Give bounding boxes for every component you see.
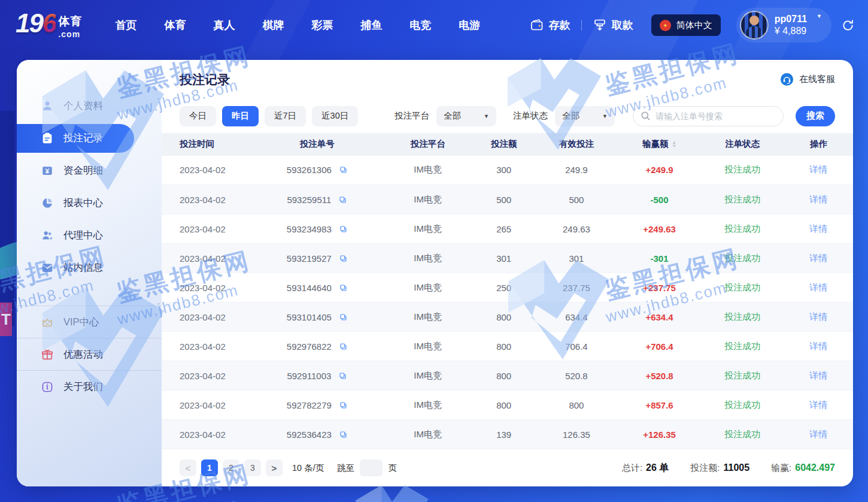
bet-order-no: 593219527	[287, 253, 332, 264]
win-loss-amount: +706.4	[618, 332, 701, 361]
detail-link[interactable]: 详情	[784, 391, 853, 420]
page-button-3[interactable]: 3	[244, 459, 261, 476]
detail-link[interactable]: 详情	[784, 303, 853, 332]
detail-link[interactable]: 详情	[784, 185, 853, 214]
sidebar-item-records[interactable]: 投注记录	[17, 124, 134, 153]
detail-link[interactable]: 详情	[784, 361, 853, 391]
platform-select[interactable]: 全部▼	[436, 106, 496, 126]
sidebar-item-agent[interactable]: 代理中心	[17, 219, 162, 252]
bet-time: 2023-04-02	[162, 391, 251, 420]
copy-icon[interactable]	[339, 283, 348, 292]
sidebar-item-promos[interactable]: 优惠活动	[17, 338, 162, 370]
sidebar-item-vip[interactable]: VIP中心	[17, 306, 162, 338]
bet-status: 投注成功	[701, 303, 784, 332]
logo-text: 196	[16, 11, 56, 35]
bet-status: 投注成功	[701, 185, 784, 214]
nav-item-2[interactable]: 真人	[199, 12, 248, 38]
detail-link[interactable]: 详情	[784, 420, 853, 449]
language-selector[interactable]: ★ 简体中文	[651, 14, 721, 36]
bet-platform: IM电竞	[383, 244, 473, 273]
bet-order-no: 593261306	[287, 165, 332, 175]
chevron-down-icon: ▼	[817, 13, 822, 19]
copy-icon[interactable]	[339, 313, 348, 322]
withdraw-button[interactable]: 取款	[593, 18, 633, 32]
bet-order-no: 592911003	[287, 371, 331, 381]
copy-icon[interactable]	[339, 430, 348, 439]
prev-page-button[interactable]: <	[180, 459, 196, 476]
balance: ¥ 4,889	[775, 25, 807, 37]
nav-item-4[interactable]: 彩票	[298, 12, 347, 38]
nav-item-0[interactable]: 首页	[101, 12, 150, 38]
deposit-button[interactable]: 存款	[530, 18, 570, 32]
records-table-body: 2023-04-02593261306IM电竞300249.9+249.9投注成…	[162, 156, 853, 449]
copy-icon[interactable]	[338, 371, 347, 380]
online-service-button[interactable]: 在线客服	[780, 72, 835, 86]
bet-order-no: 593259511	[287, 195, 331, 205]
valid-bet: 800	[535, 391, 618, 420]
detail-link[interactable]: 详情	[784, 273, 853, 303]
bet-order-no: 593234983	[287, 224, 332, 234]
date-tab-3[interactable]: 近30日	[312, 106, 358, 126]
bet-order-no: 592536423	[287, 430, 332, 440]
sidebar-item-profile[interactable]: 个人资料	[17, 90, 162, 122]
date-tab-0[interactable]: 今日	[180, 106, 216, 126]
sidebar-item-messages[interactable]: 站内信息	[17, 252, 162, 284]
copy-icon[interactable]	[339, 254, 348, 263]
agents-icon	[41, 229, 54, 242]
wallet-yen-icon	[41, 164, 54, 177]
detail-link[interactable]: 详情	[784, 156, 853, 185]
gift-icon	[41, 348, 54, 361]
logo-com-label: .com	[58, 29, 82, 39]
sidebar-item-label: 关于我们	[63, 380, 103, 394]
copy-icon[interactable]	[339, 342, 348, 351]
user-menu[interactable]: pp0711 ¥ 4,889 ▼	[736, 8, 831, 43]
divider	[581, 20, 582, 31]
sidebar-item-funds[interactable]: 资金明细	[17, 155, 162, 187]
bet-amount: 800	[473, 391, 535, 420]
date-tab-2[interactable]: 近7日	[265, 106, 306, 126]
nav-item-6[interactable]: 电竞	[396, 12, 445, 38]
search-input[interactable]	[655, 111, 776, 121]
copy-icon[interactable]	[338, 195, 347, 204]
nav-item-1[interactable]: 体育	[150, 12, 199, 38]
win-loss-amount: +237.75	[618, 273, 701, 303]
copy-icon[interactable]	[339, 165, 348, 174]
nav-item-5[interactable]: 捕鱼	[347, 12, 396, 38]
next-page-button[interactable]: >	[266, 459, 283, 476]
jump-label: 跳至	[337, 462, 354, 474]
date-tab-1[interactable]: 昨日	[222, 106, 259, 126]
search-button[interactable]: 搜索	[796, 106, 835, 126]
bet-order-no: 593101405	[287, 312, 332, 322]
valid-bet: 126.35	[535, 420, 618, 449]
valid-bet: 706.4	[535, 332, 618, 361]
copy-icon[interactable]	[339, 401, 348, 410]
sort-icon[interactable]: ▲▼	[672, 141, 676, 148]
table-row: 2023-04-02593101405IM电竞800634.4+634.4投注成…	[162, 303, 853, 332]
col-status: 注单状态	[701, 133, 784, 156]
sidebar-item-reports[interactable]: 报表中心	[17, 187, 162, 219]
sidebar-item-label: 代理中心	[63, 229, 103, 242]
nav-item-3[interactable]: 棋牌	[248, 12, 298, 38]
search-box	[633, 106, 784, 126]
total-winloss: 输赢:6042.497	[771, 462, 835, 474]
date-tabs: 今日昨日近7日近30日	[180, 106, 358, 126]
win-loss-amount: +857.6	[618, 391, 701, 420]
detail-link[interactable]: 详情	[784, 214, 853, 244]
site-logo[interactable]: 196 体育 .com	[16, 11, 82, 39]
page-button-2[interactable]: 2	[223, 459, 239, 476]
status-select[interactable]: 全部▼	[555, 106, 615, 126]
page-button-1[interactable]: 1	[201, 459, 218, 476]
detail-link[interactable]: 详情	[784, 244, 853, 273]
sidebar-item-about[interactable]: 关于我们	[17, 370, 162, 403]
bet-status: 投注成功	[701, 214, 784, 244]
detail-link[interactable]: 详情	[784, 332, 853, 361]
top-header: 196 体育 .com 首页体育真人棋牌彩票捕鱼电竞电游 存款 取款 ★ 简体中…	[0, 0, 868, 50]
win-loss-amount: +249.63	[618, 214, 701, 244]
refresh-balance-button[interactable]	[841, 19, 855, 32]
atm-icon	[593, 18, 607, 32]
username: pp0711	[775, 13, 807, 25]
nav-item-7[interactable]: 电游	[445, 12, 494, 38]
copy-icon[interactable]	[339, 225, 348, 234]
jump-page-input[interactable]	[360, 459, 383, 476]
main-nav: 首页体育真人棋牌彩票捕鱼电竞电游	[101, 12, 494, 38]
